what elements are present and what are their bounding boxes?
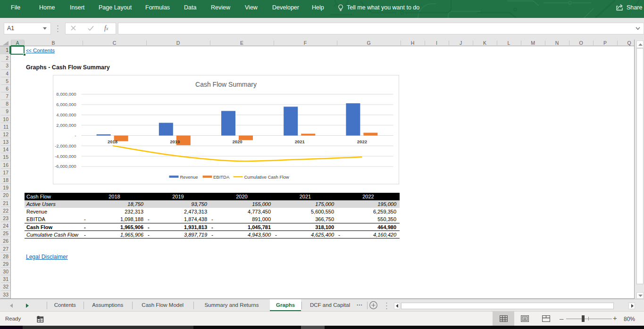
svg-text:-: - [75, 133, 76, 138]
svg-text:-6,000,000: -6,000,000 [55, 164, 76, 169]
svg-text:EBITDA: EBITDA [213, 174, 230, 180]
svg-text:Revenue: Revenue [180, 174, 198, 180]
svg-text:2021: 2021 [295, 139, 305, 144]
svg-text:Cumulative Cash Flow: Cumulative Cash Flow [244, 174, 289, 180]
svg-text:6,000,000: 6,000,000 [56, 102, 76, 107]
svg-text:2018: 2018 [108, 139, 117, 144]
svg-text:2019: 2019 [170, 139, 180, 144]
svg-text:2022: 2022 [357, 139, 367, 144]
svg-text:-4,000,000: -4,000,000 [55, 154, 76, 159]
svg-text:2,000,000: 2,000,000 [56, 123, 76, 128]
svg-text:-2,000,000: -2,000,000 [55, 143, 76, 148]
svg-text:Cash Flow Summary: Cash Flow Summary [195, 81, 257, 88]
svg-text:8,000,000: 8,000,000 [56, 91, 76, 97]
svg-text:2020: 2020 [232, 139, 242, 144]
svg-text:4,000,000: 4,000,000 [56, 112, 76, 117]
